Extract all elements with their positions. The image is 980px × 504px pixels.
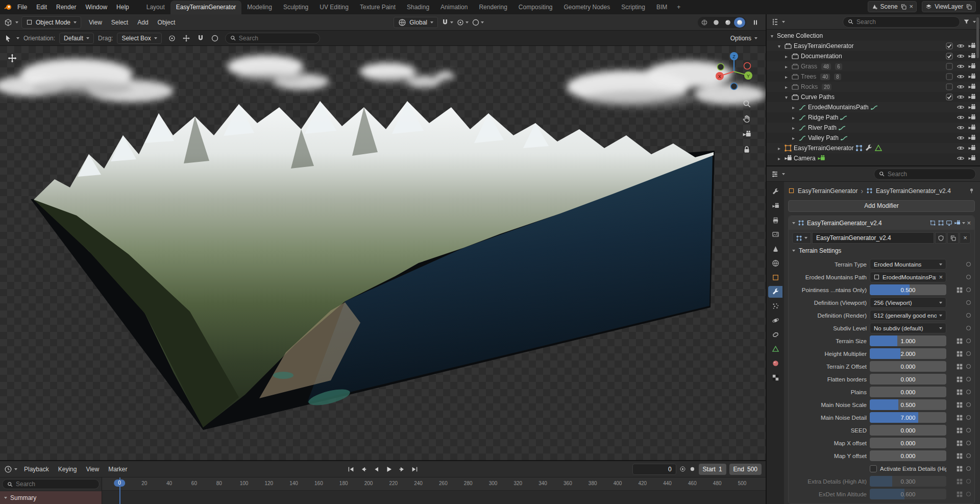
timeline-menu-marker[interactable]: Marker [104, 464, 132, 474]
outliner-row[interactable]: ▾Scene Collection [767, 31, 980, 41]
properties-tab-render[interactable] [768, 200, 782, 212]
pin-icon[interactable] [968, 187, 975, 194]
field-dropdown[interactable]: 256 (Viewport) [870, 297, 946, 308]
previous-keyframe-button[interactable] [358, 464, 370, 475]
breadcrumb-modifier[interactable]: EasyTerrainGenerator_v2.4 [876, 187, 951, 195]
animate-decorator-icon[interactable] [966, 415, 971, 420]
new-scene-icon[interactable] [900, 4, 907, 10]
properties-tab-modifiers[interactable] [768, 286, 782, 298]
hide-in-viewport-toggle[interactable] [957, 42, 965, 50]
menu-edit[interactable]: Edit [32, 2, 52, 12]
disclosure-icon[interactable]: ▸ [783, 64, 790, 69]
disclosure-icon[interactable]: ▸ [790, 135, 797, 141]
scene-selector[interactable]: Scene [868, 1, 917, 12]
play-button[interactable] [384, 464, 395, 475]
gizmo-axis-x[interactable]: X [718, 74, 721, 79]
workspace-tab[interactable]: Modeling [241, 1, 278, 14]
animate-decorator-icon[interactable] [966, 441, 971, 445]
properties-search-input[interactable] [888, 171, 959, 178]
terrain-settings-section[interactable]: Terrain Settings [789, 246, 974, 255]
workspace-tab[interactable]: Geometry Nodes [558, 1, 616, 14]
timeline-track-area[interactable]: 0204060801001201401601802002202402602803… [102, 477, 766, 504]
new-viewlayer-icon[interactable] [966, 4, 972, 10]
disclosure-icon[interactable]: ▸ [783, 74, 790, 80]
hide-in-viewport-toggle[interactable] [957, 113, 965, 122]
hide-in-viewport-toggle[interactable] [957, 103, 965, 111]
tool-orientation-dropdown[interactable]: Default [59, 33, 94, 44]
outliner-row[interactable]: ▾EasyTerrainGenerator [767, 41, 980, 51]
snap-toggle-button[interactable] [441, 16, 453, 29]
next-keyframe-button[interactable] [397, 464, 408, 475]
current-frame-field[interactable]: 0 [632, 464, 676, 475]
attribute-toggle-icon[interactable] [956, 338, 963, 345]
filter-chevron-icon[interactable] [973, 21, 976, 23]
animate-decorator-icon[interactable] [966, 377, 971, 381]
animate-decorator-icon[interactable] [966, 300, 971, 305]
modifier-extras-icon[interactable] [962, 222, 965, 224]
outliner-row[interactable]: ▸Valley Path [767, 133, 980, 143]
animate-decorator-icon[interactable] [966, 326, 971, 330]
outliner-search-input[interactable] [856, 18, 918, 26]
animate-decorator-icon[interactable] [966, 479, 971, 484]
outliner-row[interactable]: ▸EasyTerrainGenerator [767, 143, 980, 153]
timeline-menu-playback[interactable]: Playback [19, 464, 54, 474]
hide-in-viewport-toggle[interactable] [957, 52, 965, 60]
attribute-toggle-icon[interactable] [956, 414, 963, 421]
field-slider[interactable]: 0.000 [870, 450, 946, 461]
editor-type-chevron-icon[interactable] [15, 21, 18, 23]
field-slider[interactable]: 0.000 [870, 374, 946, 385]
play-reverse-button[interactable] [371, 464, 382, 475]
outliner-row[interactable]: ▸ErodedMountainsPath [767, 102, 980, 112]
animate-decorator-icon[interactable] [966, 275, 971, 279]
options-dropdown[interactable]: Options [726, 33, 762, 44]
attribute-toggle-icon[interactable] [956, 389, 963, 396]
hide-in-viewport-toggle[interactable] [957, 124, 965, 132]
field-dropdown[interactable]: 512 (generally good enough) [870, 310, 946, 321]
jump-to-end-button[interactable] [409, 464, 421, 475]
drag-dropdown[interactable]: Select Box [117, 33, 161, 44]
field-dropdown[interactable]: Eroded Mountains [870, 259, 946, 270]
hide-in-viewport-toggle[interactable] [957, 154, 965, 162]
properties-tab-object-data[interactable] [768, 343, 782, 355]
outliner-row[interactable]: ▸Ridge Path [767, 112, 980, 123]
modifier-expand-icon[interactable] [792, 222, 795, 224]
hide-in-viewport-toggle[interactable] [957, 134, 965, 142]
hide-in-viewport-toggle[interactable] [957, 93, 965, 101]
editor-type-chevron-icon[interactable] [14, 468, 17, 470]
animate-decorator-icon[interactable] [966, 364, 971, 369]
editor-type-chevron-icon[interactable] [782, 21, 785, 23]
exclude-checkbox[interactable] [945, 73, 953, 81]
disable-in-render-toggle[interactable] [968, 103, 976, 111]
animate-decorator-icon[interactable] [966, 262, 971, 267]
properties-tab-physics[interactable] [768, 315, 782, 326]
workspace-tab[interactable]: EasyTerrainGenerator [170, 1, 241, 14]
breadcrumb-object[interactable]: EasyTerrainGenerator [798, 187, 857, 195]
field-slider[interactable]: 2.000 [870, 348, 946, 359]
keying-set-icon[interactable] [679, 466, 686, 472]
animate-decorator-icon[interactable] [966, 287, 971, 292]
attribute-toggle-icon[interactable] [956, 363, 963, 370]
disclosure-icon[interactable]: ▸ [790, 125, 797, 131]
unlink-scene-icon[interactable] [910, 3, 914, 10]
auto-keying-icon[interactable] [689, 466, 696, 472]
viewport-menu-add[interactable]: Add [133, 17, 153, 28]
attribute-toggle-icon[interactable] [956, 427, 963, 434]
viewport-menu-view[interactable]: View [84, 17, 107, 28]
modifier-header[interactable]: EasyTerrainGenerator_v2.4 [789, 216, 974, 230]
outliner-row[interactable]: ▸Rocks20 [767, 82, 980, 92]
playhead-frame-badge[interactable]: 0 [114, 479, 125, 487]
field-slider[interactable]: 0.000 [870, 387, 946, 397]
animate-decorator-icon[interactable] [966, 351, 971, 356]
exclude-checkbox[interactable] [945, 52, 953, 60]
workspace-tab[interactable]: BIM [651, 1, 673, 14]
attribute-toggle-icon[interactable] [956, 350, 963, 357]
timeline-ruler[interactable]: 0204060801001201401601802002202402602803… [102, 477, 766, 491]
timeline-menu-view[interactable]: View [81, 464, 104, 474]
workspace-tab[interactable]: Layout [141, 1, 170, 14]
field-slider[interactable]: 0.000 [870, 438, 946, 448]
outliner-row[interactable]: ▸Trees408 [767, 71, 980, 82]
attribute-toggle-icon[interactable] [956, 376, 963, 383]
disclosure-icon[interactable]: ▾ [783, 94, 790, 100]
properties-tab-tool[interactable] [768, 186, 782, 198]
menu-window[interactable]: Window [81, 2, 112, 12]
